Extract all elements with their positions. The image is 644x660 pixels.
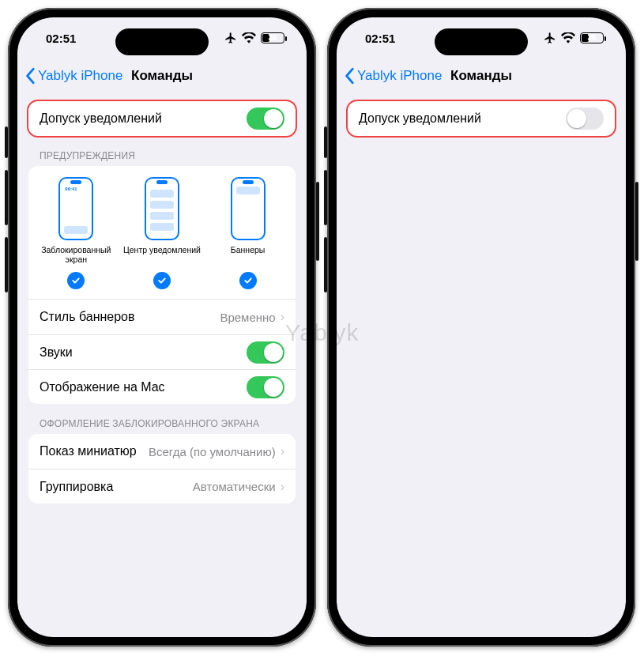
banner-preview-icon <box>231 177 266 240</box>
alert-label: Заблокированный экран <box>34 245 119 266</box>
sounds-row: Звуки <box>28 334 296 369</box>
volume-up <box>324 170 327 225</box>
airplane-icon <box>224 32 237 44</box>
airplane-icon <box>544 32 556 44</box>
power-button <box>316 182 319 261</box>
back-button[interactable]: Yablyk iPhone <box>25 67 122 85</box>
phone-mockup-right: 02:51 36 Yablyk iPhone Команды До <box>327 8 635 647</box>
dynamic-island <box>435 28 528 55</box>
alert-label: Баннеры <box>205 245 291 266</box>
allow-notifications-label: Допуск уведомлений <box>40 111 162 126</box>
show-previews-row[interactable]: Показ миниатюр Всегда (по умолчанию) › <box>28 434 296 469</box>
alerts-preview-row: 09:41 Заблокированный экран Центр уведом… <box>28 166 296 269</box>
battery-icon: 36 <box>261 32 284 43</box>
chevron-right-icon: › <box>281 310 284 324</box>
sounds-toggle[interactable] <box>247 341 284 364</box>
battery-percent: 36 <box>581 33 603 43</box>
chevron-right-icon: › <box>281 444 284 458</box>
back-label: Yablyk iPhone <box>357 68 442 84</box>
power-button <box>635 182 638 261</box>
back-button[interactable]: Yablyk iPhone <box>345 67 442 85</box>
show-on-mac-row: Отображение на Mac <box>28 369 296 404</box>
wifi-icon <box>561 32 575 43</box>
chevron-left-icon <box>345 67 356 85</box>
grouping-row[interactable]: Группировка Автоматически › <box>28 469 296 503</box>
wifi-icon <box>242 32 256 43</box>
show-previews-label: Показ миниатюр <box>40 444 137 458</box>
dynamic-island <box>115 28 209 55</box>
volume-down <box>324 237 327 292</box>
chevron-right-icon: › <box>281 480 284 494</box>
mute-switch <box>324 126 327 158</box>
battery-percent: 36 <box>262 33 284 43</box>
alert-label: Центр уведомлений <box>119 245 205 266</box>
volume-up <box>5 170 8 225</box>
volume-down <box>5 237 8 292</box>
back-label: Yablyk iPhone <box>38 68 122 84</box>
battery-icon: 36 <box>580 32 604 43</box>
grouping-value: Автоматически <box>193 480 276 493</box>
alert-option-lockscreen[interactable]: 09:41 Заблокированный экран <box>34 177 119 266</box>
banner-style-row[interactable]: Стиль баннеров Временно › <box>28 300 296 334</box>
notification-center-preview-icon <box>145 177 179 240</box>
sounds-label: Звуки <box>40 345 73 360</box>
center-check[interactable] <box>153 272 171 289</box>
nav-bar: Yablyk iPhone Команды <box>17 58 307 93</box>
banner-style-label: Стиль баннеров <box>40 310 135 324</box>
allow-notifications-row: Допуск уведомлений <box>348 101 615 136</box>
alert-option-banners[interactable]: Баннеры <box>205 177 291 266</box>
alerts-header: ПРЕДУПРЕЖДЕНИЯ <box>28 136 296 166</box>
allow-notifications-row: Допуск уведомлений <box>28 101 296 136</box>
allow-notifications-toggle[interactable] <box>247 107 284 130</box>
phone-mockup-left: 02:51 36 Yablyk iPhone Команды <box>8 8 316 647</box>
allow-notifications-toggle[interactable] <box>566 107 604 130</box>
nav-title: Команды <box>450 68 512 84</box>
show-previews-value: Всегда (по умолчанию) <box>149 445 276 458</box>
nav-bar: Yablyk iPhone Команды <box>337 58 626 93</box>
show-on-mac-label: Отображение на Mac <box>40 380 165 394</box>
chevron-left-icon <box>25 67 36 85</box>
banner-style-value: Временно <box>220 311 275 324</box>
lockscreen-appearance-header: ОФОРМЛЕНИЕ ЗАБЛОКИРОВАННОГО ЭКРАНА <box>28 404 296 434</box>
grouping-label: Группировка <box>40 480 113 494</box>
alert-option-center[interactable]: Центр уведомлений <box>119 177 205 266</box>
banners-check[interactable] <box>239 272 257 289</box>
status-time: 02:51 <box>365 32 395 45</box>
status-time: 02:51 <box>46 32 76 45</box>
show-on-mac-toggle[interactable] <box>247 376 284 398</box>
lockscreen-preview-icon: 09:41 <box>58 177 93 240</box>
mute-switch <box>5 126 8 158</box>
allow-notifications-label: Допуск уведомлений <box>359 111 481 126</box>
lockscreen-check[interactable] <box>67 272 85 289</box>
nav-title: Команды <box>131 68 193 84</box>
